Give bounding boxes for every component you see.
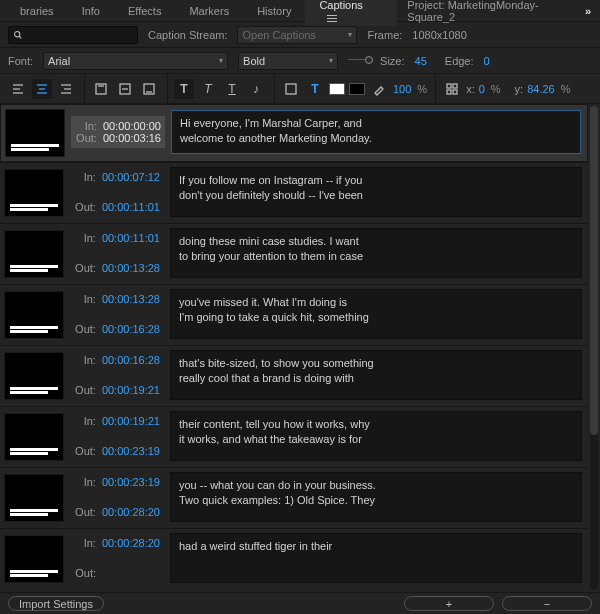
music-note-button[interactable]: ♪ [246, 79, 266, 99]
timecode-column: In:00:00:28:20Out: [70, 533, 164, 583]
in-timecode[interactable]: 00:00:19:21 [102, 415, 160, 427]
svg-line-1 [19, 36, 21, 38]
edge-value[interactable]: 0 [484, 55, 490, 67]
timecode-column: In:00:00:07:12Out:00:00:11:01 [70, 167, 164, 217]
tab-history[interactable]: History [243, 1, 305, 20]
in-timecode[interactable]: 00:00:11:01 [102, 232, 160, 244]
format-toolbar: T T T ♪ T 100 % x: 0 % y: 84.26 % [0, 74, 600, 104]
caption-text[interactable]: their content, tell you how it works, wh… [170, 411, 582, 461]
caption-row[interactable]: In:00:00:07:12Out:00:00:11:01If you foll… [0, 162, 588, 223]
out-timecode[interactable]: 00:00:13:28 [102, 262, 160, 274]
size-label: Size: [380, 55, 404, 67]
caption-thumbnail [4, 413, 64, 461]
in-timecode[interactable]: 00:00:13:28 [102, 293, 160, 305]
caption-row[interactable]: In:00:00:16:28Out:00:00:19:21that's bite… [0, 345, 588, 406]
remove-caption-button[interactable] [502, 596, 592, 611]
caption-row[interactable]: In:00:00:13:28Out:00:00:16:28you've miss… [0, 284, 588, 345]
font-row: Font: Arial▾ Bold▾ Size: 45 Edge: 0 [0, 48, 600, 74]
import-settings-button[interactable]: Import Settings [8, 596, 104, 611]
size-value[interactable]: 45 [415, 55, 427, 67]
pos-y-value[interactable]: 84.26 [527, 83, 555, 95]
out-timecode[interactable]: 00:00:11:01 [102, 201, 160, 213]
caption-thumbnail [4, 474, 64, 522]
add-caption-button[interactable] [404, 596, 494, 611]
chevron-down-icon: ▾ [329, 56, 333, 65]
font-size-slider[interactable] [348, 59, 370, 65]
frame-label: Frame: [367, 29, 402, 41]
opacity-value[interactable]: 100 [393, 83, 411, 95]
tab-info[interactable]: Info [68, 1, 114, 20]
timecode-column: In:00:00:19:21Out:00:00:23:19 [70, 411, 164, 461]
overflow-icon[interactable]: » [585, 5, 594, 17]
text-bg-toggle[interactable] [281, 79, 301, 99]
align-center-button[interactable] [32, 79, 52, 99]
in-timecode[interactable]: 00:00:00:00 [103, 120, 161, 132]
out-timecode[interactable]: 00:00:03:16 [103, 132, 161, 144]
bg-color-swatch[interactable] [349, 83, 365, 95]
caption-text[interactable]: that's bite-sized, to show you something… [170, 350, 582, 400]
caption-text[interactable]: If you follow me on Instagram -- if you … [170, 167, 582, 217]
svg-rect-18 [447, 84, 451, 88]
timecode-column: In:00:00:23:19Out:00:00:28:20 [70, 472, 164, 522]
vertical-scrollbar[interactable] [590, 106, 598, 590]
position-grid-button[interactable] [442, 79, 462, 99]
timecode-column: In:00:00:11:01Out:00:00:13:28 [70, 228, 164, 278]
text-color-swatch[interactable] [329, 83, 345, 95]
caption-text[interactable]: Hi everyone, I'm Marshal Carper, and wel… [171, 110, 581, 154]
pos-y-label: y: [515, 83, 524, 95]
search-input[interactable] [8, 26, 138, 44]
opacity-pct: % [417, 83, 427, 95]
in-timecode[interactable]: 00:00:07:12 [102, 171, 160, 183]
tab-markers[interactable]: Markers [175, 1, 243, 20]
align-right-button[interactable] [56, 79, 76, 99]
tab-label: Captions [319, 0, 362, 11]
in-timecode[interactable]: 00:00:16:28 [102, 354, 160, 366]
font-family-select[interactable]: Arial▾ [43, 52, 228, 70]
caption-stream-select[interactable]: Open Captions▾ [237, 26, 357, 44]
timecode-column: In:00:00:00:00Out:00:00:03:16 [71, 116, 165, 148]
caption-text[interactable]: had a weird stuffed tiger in their [170, 533, 582, 583]
caption-row[interactable]: In:00:00:28:20Out:had a weird stuffed ti… [0, 528, 588, 589]
tab-libraries[interactable]: braries [6, 1, 68, 20]
caption-list: In:00:00:00:00Out:00:00:03:16Hi everyone… [0, 104, 600, 592]
out-timecode[interactable]: 00:00:23:19 [102, 445, 160, 457]
tab-captions[interactable]: Captions [305, 0, 397, 26]
italic-button[interactable]: T [198, 79, 218, 99]
in-timecode[interactable]: 00:00:28:20 [102, 537, 160, 549]
svg-rect-17 [286, 84, 296, 94]
caption-thumbnail [4, 535, 64, 583]
caption-row[interactable]: In:00:00:00:00Out:00:00:03:16Hi everyone… [0, 104, 588, 162]
place-top-button[interactable] [91, 79, 111, 99]
tab-effects[interactable]: Effects [114, 1, 175, 20]
edge-label: Edge: [445, 55, 474, 67]
caption-text[interactable]: doing these mini case studies. I want to… [170, 228, 582, 278]
placement-group [91, 74, 168, 103]
panel-tabstrip: braries Info Effects Markers History Cap… [0, 0, 600, 22]
place-middle-button[interactable] [115, 79, 135, 99]
align-left-button[interactable] [8, 79, 28, 99]
font-weight-select[interactable]: Bold▾ [238, 52, 338, 70]
project-label: Project: MarketingMonday-Square_2 [407, 0, 585, 23]
caption-row[interactable]: In:00:00:19:21Out:00:00:23:19their conte… [0, 406, 588, 467]
out-timecode[interactable]: 00:00:28:20 [102, 506, 160, 518]
svg-point-0 [15, 31, 20, 36]
bold-button[interactable]: T [174, 79, 194, 99]
caption-text[interactable]: you've missed it. What I'm doing is I'm … [170, 289, 582, 339]
caption-text[interactable]: you -- what you can do in your business.… [170, 472, 582, 522]
caption-row[interactable]: In:00:00:23:19Out:00:00:28:20you -- what… [0, 467, 588, 528]
out-timecode[interactable]: 00:00:19:21 [102, 384, 160, 396]
svg-rect-21 [453, 90, 457, 94]
pos-x-value[interactable]: 0 [479, 83, 485, 95]
panel-menu-icon[interactable] [327, 15, 337, 22]
out-timecode[interactable]: 00:00:16:28 [102, 323, 160, 335]
underline-button[interactable]: T [222, 79, 242, 99]
place-bottom-button[interactable] [139, 79, 159, 99]
caption-thumbnail [4, 230, 64, 278]
caption-row[interactable]: In:00:00:11:01Out:00:00:13:28doing these… [0, 223, 588, 284]
eyedropper-button[interactable] [369, 79, 389, 99]
text-color-button[interactable]: T [305, 79, 325, 99]
caption-thumbnail [4, 352, 64, 400]
pos-x-label: x: [466, 83, 475, 95]
style-group: T T T ♪ [174, 74, 275, 103]
in-timecode[interactable]: 00:00:23:19 [102, 476, 160, 488]
